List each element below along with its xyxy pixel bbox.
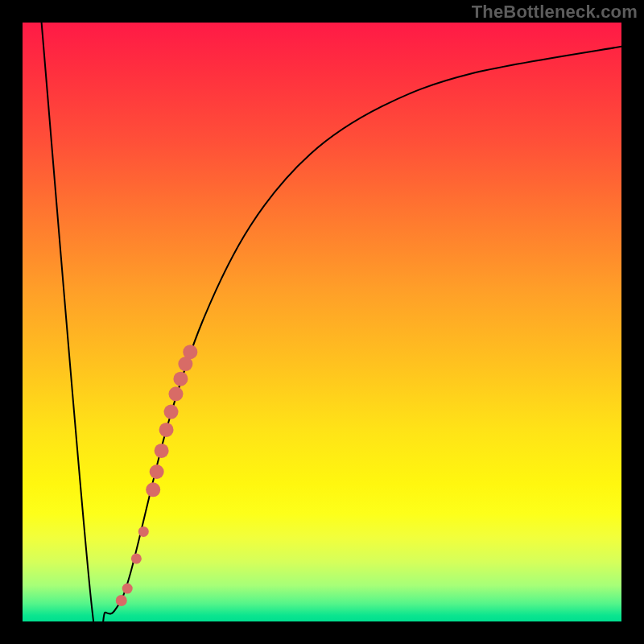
watermark-text: TheBottleneck.com xyxy=(472,2,638,23)
chart-frame: TheBottleneck.com xyxy=(0,0,644,644)
data-marker xyxy=(116,595,127,606)
data-marker xyxy=(146,482,160,497)
chart-svg xyxy=(23,23,621,621)
marker-group xyxy=(116,345,198,606)
bottleneck-curve xyxy=(40,23,621,621)
data-marker xyxy=(150,464,164,479)
data-marker xyxy=(122,584,133,594)
data-marker xyxy=(168,386,183,401)
data-marker xyxy=(173,372,188,386)
data-marker xyxy=(183,345,197,359)
data-marker xyxy=(155,444,169,458)
data-marker xyxy=(131,553,142,564)
data-marker xyxy=(138,526,149,537)
plot-area xyxy=(23,23,621,621)
data-marker xyxy=(159,423,174,437)
data-marker xyxy=(164,405,179,419)
